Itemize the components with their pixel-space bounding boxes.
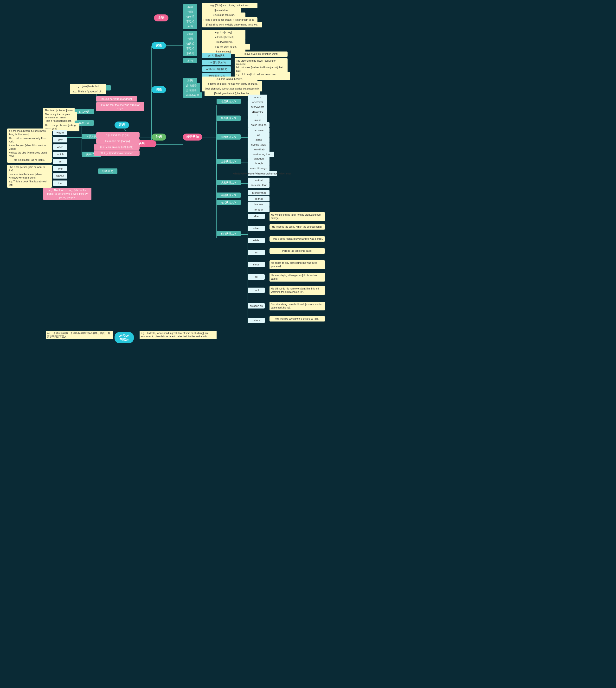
rangbu-label: 让步状语从句	[217, 159, 241, 164]
whatever-rangbu: whatever/whoever/wherever/whenever/which…	[248, 171, 277, 176]
until-shijian-ex: He did not do his homework [until he fin…	[269, 286, 325, 295]
who-guandaici: who	[53, 166, 67, 171]
weiyu-node: 谓语	[152, 86, 166, 93]
aslong-cond: as/so long as	[248, 122, 269, 128]
sothat-fangshi: so that	[248, 196, 269, 201]
everywhere-cond: everywhere	[248, 104, 267, 110]
binyu-congjuzi: 从句	[183, 58, 197, 63]
after-ex: He went to beijing [after he had graduat…	[269, 212, 325, 221]
since-shijian-ex: He began to play piano [since he was thr…	[269, 260, 325, 269]
fenzu-guoqu: 过去分词	[74, 109, 94, 114]
binyu-tidai-ex: He loathe [himself].	[202, 35, 245, 40]
daici-node: 代词	[183, 9, 197, 15]
find-make-note: 常见[v 有find/ make/ render	[94, 150, 139, 156]
wherever-cond: wherever	[248, 99, 267, 105]
bottom-note2: e.g. Students, [who spend a great deal o…	[139, 331, 217, 339]
till-shijian-ex: He was playing video games [till his mot…	[269, 273, 325, 282]
evenif-rangbu: even if/though	[248, 165, 269, 171]
that-guandaici-ex: e.g. This is a book [that is pretty old …	[7, 179, 52, 188]
which-guandaici: which	[53, 152, 67, 157]
bingyu-node: 补语	[152, 134, 166, 140]
budingshi-node: 不定式	[183, 19, 197, 24]
binyu-jici: 机词	[183, 31, 197, 37]
dongci-budingshi-label: 动词不定式	[183, 92, 202, 98]
fuci-label: 副词	[183, 78, 197, 83]
as-shijian: as	[248, 250, 265, 255]
now-yuanyin: now (that)	[248, 147, 269, 152]
bottom-note1: i.e. 一个名词后跟随一个短语/解释的时候不省略，和提/一种要求不同的下至义	[46, 331, 113, 339]
fuci-ex: e.g. It is raining [heavily].	[202, 76, 258, 82]
bingyu-found1: I found her [afraid of dogs].	[96, 96, 137, 102]
whose-guandaici: whose	[53, 173, 67, 179]
when-shijian-ex: He finished the essay [when the doorbell…	[269, 224, 325, 229]
fangshi-label: 方式状语从句	[217, 200, 241, 205]
jieguo-label: 结果状语从句	[217, 180, 241, 185]
fenci-ex: [Well planned], concert was carried out …	[202, 86, 262, 91]
daici-ex: [I] am a talent.	[202, 8, 241, 13]
when-shijian: when	[248, 226, 265, 231]
wh-ex: I have given him [what he want].	[235, 51, 288, 57]
that-guandaici: that	[53, 180, 67, 186]
assoonas-shijian-ex: She start doing household work [as soon …	[269, 302, 325, 310]
if-cond: if	[248, 113, 267, 118]
mudi-label: 目的状语从句	[217, 193, 241, 198]
assoonas-shijian: as soon as	[248, 303, 265, 309]
bingyu-found2: I found that the she was afraid of dogs.	[96, 102, 145, 111]
dongmingci-ex: [Seeing] is believing.	[202, 13, 245, 18]
dongmingci-node: 动名词	[183, 14, 197, 19]
binyu-budingshi-ex: I do not want [to go].	[202, 44, 250, 49]
forfear-fangshi: for fear	[248, 207, 269, 212]
before-shijian-ex: e.g. I will be back [before it starts to…	[269, 316, 325, 321]
she-ex: e.g. She is a [gorgeous] girl.	[70, 89, 106, 94]
though-rangbu: though	[248, 161, 269, 166]
as-ex: He is not a fool [as he looks].	[7, 157, 52, 163]
how-yindao: how引导的从句	[202, 60, 231, 65]
before-shijian: before	[248, 318, 265, 323]
wh-yindao: wh-引导的从句	[202, 53, 231, 58]
why-guanfu: why	[53, 137, 67, 142]
while-shijian: while	[248, 238, 265, 243]
binyu-bingcishi: 形容词	[183, 50, 197, 56]
inorder-mudi: in order that	[248, 190, 269, 195]
seeing-yuanyin: seeing (that)	[248, 142, 269, 147]
find-ex-node: e.g. I find her [a girl].	[96, 132, 139, 138]
yuanyin-label: 原因状语从句	[217, 134, 241, 139]
wether-yindao: wether引导的从句	[202, 66, 231, 72]
congjuzi-ex: [That all he want to do] is simply going…	[202, 22, 262, 27]
unless-cond: unless	[248, 117, 267, 123]
as-shijian-ex: I will go [as you come back].	[269, 248, 325, 253]
fucongjuzi-bottom: 从句/从句成分	[114, 332, 134, 343]
binyu-node: 宾语	[152, 42, 166, 49]
weiyu-ex: e.g. I [play] basketball.	[70, 84, 106, 89]
diandizhang-label: 地点状语从句	[217, 99, 241, 104]
binyu-dongcishi: 动词式	[183, 41, 197, 46]
incase-fangshi: in case	[248, 202, 269, 207]
binyu-tidai: 代词	[183, 36, 197, 41]
dingyu-node: 定语	[114, 121, 129, 129]
fenciduanyu-label: 分词短语	[183, 88, 200, 93]
although-rangbu: although	[248, 156, 269, 161]
soschat-jieguo: so/such...that	[248, 182, 269, 188]
zhangkuang-dingyu-ex: e.g. This kind of dog, [who or for penci…	[43, 188, 91, 200]
tiaojian-label: 条件状语从句	[217, 115, 241, 121]
where-cond: where	[248, 94, 267, 100]
binyu-jici-ex: e.g. It is [a dog].	[202, 30, 245, 35]
mingci-node: 名词	[183, 4, 197, 9]
since-yuanyin: since	[248, 137, 269, 142]
binyu-dongcishi-ex: I like [swimming].	[202, 40, 245, 45]
congjuzi-node: 从句	[183, 24, 197, 29]
since-shijian: since	[248, 262, 265, 267]
ce-vvn-note: (c.e. v.+n.+n./adj. 部分 部分)	[94, 145, 139, 150]
after-shijian: after	[248, 214, 265, 219]
where-guanfu: where	[53, 130, 67, 135]
sothat-jieguo: so that	[248, 178, 269, 183]
because-cond: because	[248, 128, 269, 133]
shijian-label: 时间状语从句	[217, 231, 241, 236]
jieciduanyu-label: 介词短语	[183, 83, 200, 88]
dingyu-congjuzi: 状语从句	[98, 169, 117, 174]
zhuangjushi-node: 状语从句	[183, 134, 202, 140]
mingci-ex: e.g. [Birds] are chirping on the trees.	[202, 3, 258, 8]
until-shijian: until	[248, 288, 265, 293]
zhuju-node: 主语	[154, 15, 169, 21]
made-ex-node: He made me [happy].	[96, 138, 139, 144]
